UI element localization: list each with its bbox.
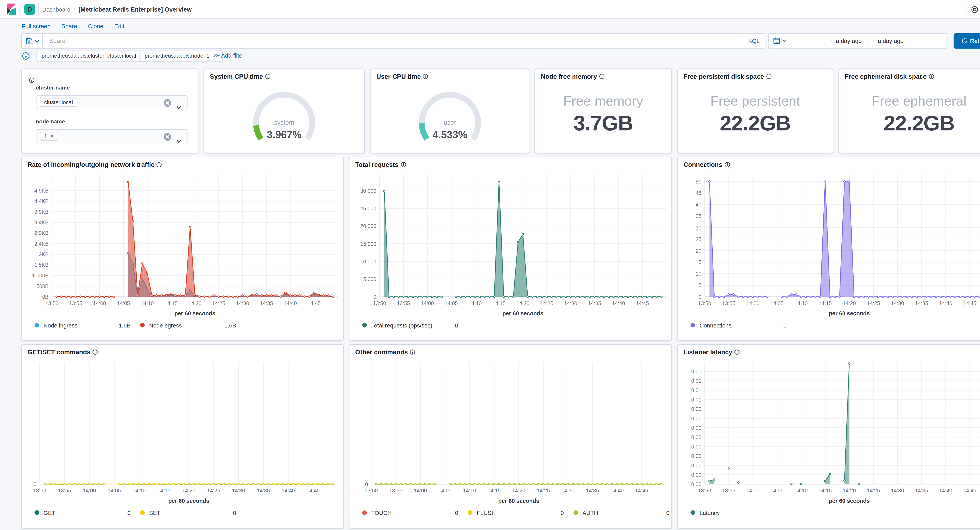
legend-color-dot <box>573 510 578 515</box>
svg-text:14:30: 14:30 <box>232 488 245 494</box>
legend-item-auth[interactable]: AUTH0 <box>573 508 670 517</box>
svg-text:13:55: 13:55 <box>722 300 735 306</box>
svg-text:14:00: 14:00 <box>414 488 427 494</box>
share-link[interactable]: Share <box>61 22 77 30</box>
legend-item-node-ingress[interactable]: Node ingress1.6B <box>35 321 130 329</box>
legend-label: Connections <box>700 322 732 328</box>
svg-text:13:50: 13:50 <box>698 300 711 306</box>
info-icon[interactable] <box>599 74 605 79</box>
svg-text:14:05: 14:05 <box>108 488 121 494</box>
legend-value: 1.6B <box>119 322 130 328</box>
svg-text:14:10: 14:10 <box>463 488 476 494</box>
svg-text:10: 10 <box>695 271 702 277</box>
date-range-picker[interactable]: ~ a day ago→~ a day ago <box>768 33 947 49</box>
selected-option-pill[interactable]: cluster.local <box>40 98 77 107</box>
svg-text:20,000: 20,000 <box>360 223 376 229</box>
chart-canvas: 13:5013:5514:0014:0514:1014:1514:2014:25… <box>350 157 671 340</box>
svg-text:0.01: 0.01 <box>691 378 702 384</box>
svg-text:14:05: 14:05 <box>770 300 784 306</box>
legend-label: FLUSH <box>477 509 496 516</box>
legend-value: 0 <box>560 509 564 516</box>
svg-text:0.00: 0.00 <box>691 444 702 450</box>
refresh-button[interactable]: Refresh <box>953 33 980 49</box>
help-icon[interactable] <box>971 6 978 13</box>
svg-text:14:40: 14:40 <box>611 488 624 494</box>
legend-value: 0 <box>783 322 786 328</box>
info-icon[interactable] <box>265 74 270 79</box>
clear-selection-icon[interactable] <box>163 98 172 108</box>
filter-pill-node[interactable]: prometheus.labels.node: 1✕ <box>140 51 223 62</box>
svg-text:14:15: 14:15 <box>158 488 170 494</box>
selected-option-pill[interactable]: 1✕ <box>40 132 59 141</box>
gauge: system3.967% <box>204 87 364 161</box>
add-filter-link[interactable]: + Add filter <box>216 52 244 59</box>
gauge: user4.533% <box>371 87 529 161</box>
full-screen-link[interactable]: Full screen <box>22 22 51 30</box>
chart-canvas: 13:5013:5514:0014:0514:1014:1514:2014:25… <box>22 157 343 340</box>
search-input[interactable]: Search <box>49 34 68 48</box>
controls-info <box>29 74 35 86</box>
svg-text:14:05: 14:05 <box>117 300 130 306</box>
space-badge[interactable]: D <box>24 4 35 15</box>
legend-item-latency[interactable]: Latency <box>690 508 786 517</box>
svg-text:14:05: 14:05 <box>439 488 452 494</box>
svg-text:14:30: 14:30 <box>891 300 904 306</box>
date-to[interactable]: ~ a day ago <box>873 38 904 44</box>
legend-label: AUTH <box>582 509 598 516</box>
svg-text:0: 0 <box>365 481 368 487</box>
legend-item-touch[interactable]: TOUCH0 <box>362 508 458 517</box>
clear-selection-icon[interactable] <box>163 132 172 141</box>
chart-canvas: 13:5013:5514:0014:0514:1014:1514:2014:25… <box>350 345 671 528</box>
edit-link[interactable]: Edit <box>114 22 124 30</box>
info-icon[interactable] <box>929 74 934 79</box>
svg-text:14:30: 14:30 <box>562 488 574 494</box>
query-bar[interactable]: Search KQL <box>21 33 765 49</box>
legend-item-set[interactable]: SET0 <box>140 508 236 517</box>
legend-item-flush[interactable]: FLUSH0 <box>468 508 564 517</box>
info-icon[interactable] <box>29 77 35 83</box>
legend-item-total-requests-ops-sec-[interactable]: Total requests (ops/sec)0 <box>362 321 458 329</box>
saved-query-menu-button[interactable] <box>22 34 43 48</box>
legend-value: 0 <box>233 509 236 516</box>
date-from[interactable]: ~ a day ago <box>831 38 862 44</box>
info-icon[interactable] <box>423 74 428 79</box>
kibana-logo-icon[interactable] <box>6 3 17 15</box>
breadcrumb-separator: / <box>74 6 75 13</box>
legend-item-get[interactable]: GET0 <box>35 508 130 517</box>
legend-item-node-egress[interactable]: Node egress1.6B <box>140 321 236 329</box>
query-language-button[interactable]: KQL <box>748 34 760 48</box>
svg-text:per 60 seconds: per 60 seconds <box>829 310 870 316</box>
svg-text:30: 30 <box>695 225 702 231</box>
svg-text:0.00: 0.00 <box>691 453 702 459</box>
svg-text:15,000: 15,000 <box>360 241 376 247</box>
header-divider <box>20 3 21 16</box>
chevron-down-icon[interactable] <box>176 106 182 109</box>
close-icon[interactable]: ✕ <box>50 133 54 139</box>
panel-title-text: System CPU time <box>210 73 263 80</box>
control-combobox-cluster-name[interactable]: cluster.local <box>36 95 188 109</box>
chevron-down-icon[interactable] <box>176 140 182 143</box>
filter-pill-cluster[interactable]: prometheus.labels.cluster: cluster.local… <box>37 51 150 62</box>
panel-title-text: Node free memory <box>541 73 597 80</box>
control-combobox-node-name[interactable]: 1✕ <box>36 129 188 143</box>
svg-text:14:20: 14:20 <box>512 488 525 494</box>
svg-text:14:45: 14:45 <box>963 488 977 494</box>
clone-link[interactable]: Clone <box>88 22 103 30</box>
legend-item-connections[interactable]: Connections0 <box>690 321 786 329</box>
svg-text:14:40: 14:40 <box>939 300 952 306</box>
legend-color-dot <box>140 510 145 515</box>
filter-settings-icon[interactable] <box>22 52 30 60</box>
gauge-label: system <box>274 119 294 126</box>
date-range-text: ~ a day ago→~ a day ago <box>791 34 944 48</box>
chart-legend: Total requests (ops/sec)0 <box>350 321 671 329</box>
svg-text:per 60 seconds: per 60 seconds <box>829 498 870 504</box>
info-icon[interactable] <box>766 74 772 79</box>
svg-text:0: 0 <box>33 481 37 487</box>
gauge-label: user <box>443 119 456 126</box>
chart-canvas: 13:5013:5514:0014:0514:1014:1514:2014:25… <box>22 345 343 528</box>
breadcrumb-dashboard[interactable]: Dashboard <box>42 6 70 13</box>
svg-text:14:00: 14:00 <box>93 300 106 306</box>
svg-text:14:40: 14:40 <box>282 488 295 494</box>
page-title: [Metricbeat Redis Enterprise] Overview <box>78 6 192 13</box>
network-traffic-chart-panel: Rate of incoming/outgoing network traffi… <box>21 157 344 341</box>
